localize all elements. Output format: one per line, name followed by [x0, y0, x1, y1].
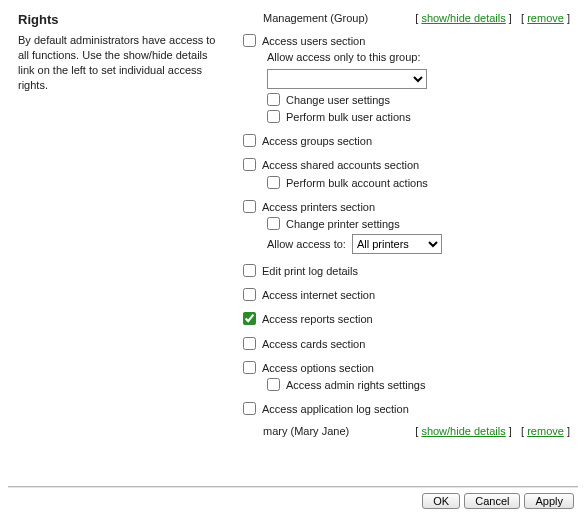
apply-button[interactable]: Apply [524, 493, 574, 509]
checkbox-access-admin-rights[interactable] [267, 378, 280, 391]
checkbox-access-reports[interactable] [243, 312, 256, 325]
checkbox-access-internet[interactable] [243, 288, 256, 301]
entity-row-user: mary (Mary Jane) [ show/hide details ] [… [263, 425, 570, 437]
perm-access-internet: Access internet section [243, 288, 570, 302]
checkbox-access-groups[interactable] [243, 134, 256, 147]
hint-allow-access-group: Allow access only to this group: [267, 50, 570, 64]
checkbox-access-options[interactable] [243, 361, 256, 374]
select-printer-access[interactable]: All printers [352, 234, 442, 254]
remove-link-user[interactable]: remove [527, 425, 564, 437]
checkbox-bulk-account-actions[interactable] [267, 176, 280, 189]
perm-access-groups: Access groups section [243, 134, 570, 148]
checkbox-access-shared[interactable] [243, 158, 256, 171]
ok-button[interactable]: OK [422, 493, 460, 509]
perm-change-user-settings: Change user settings [267, 93, 570, 107]
perm-change-printer-settings: Change printer settings [267, 217, 570, 231]
permissions-list: Access users section Allow access only t… [243, 34, 570, 423]
show-hide-details-link[interactable]: show/hide details [421, 12, 505, 24]
select-group[interactable] [267, 69, 427, 89]
section-title: Rights [18, 12, 223, 27]
checkbox-change-user-settings[interactable] [267, 93, 280, 106]
perm-access-printers: Access printers section [243, 200, 570, 214]
checkbox-access-cards[interactable] [243, 337, 256, 350]
perm-bulk-user-actions: Perform bulk user actions [267, 110, 570, 124]
checkbox-bulk-user-actions[interactable] [267, 110, 280, 123]
remove-link[interactable]: remove [527, 12, 564, 24]
perm-access-cards: Access cards section [243, 337, 570, 351]
perm-access-reports: Access reports section [243, 312, 570, 326]
checkbox-edit-print-log[interactable] [243, 264, 256, 277]
checkbox-change-printer-settings[interactable] [267, 217, 280, 230]
checkbox-access-users[interactable] [243, 34, 256, 47]
perm-access-applog: Access application log section [243, 402, 570, 416]
checkbox-access-printers[interactable] [243, 200, 256, 213]
checkbox-access-applog[interactable] [243, 402, 256, 415]
show-hide-details-link-user[interactable]: show/hide details [421, 425, 505, 437]
perm-access-admin-rights: Access admin rights settings [267, 378, 570, 392]
entity-name-group: Management (Group) [263, 12, 368, 24]
left-column: Rights By default administrators have ac… [8, 6, 233, 486]
perm-access-users: Access users section [243, 34, 570, 48]
entity-name-user: mary (Mary Jane) [263, 425, 349, 437]
perm-bulk-account-actions: Perform bulk account actions [267, 176, 570, 190]
label-allow-access-to: Allow access to: [267, 238, 346, 250]
perm-edit-print-log: Edit print log details [243, 264, 570, 278]
cancel-button[interactable]: Cancel [464, 493, 520, 509]
perm-access-options: Access options section [243, 361, 570, 375]
perm-access-shared: Access shared accounts section [243, 158, 570, 172]
right-column: Management (Group) [ show/hide details ]… [233, 6, 578, 486]
entity-row-group: Management (Group) [ show/hide details ]… [263, 12, 570, 24]
section-description: By default administrators have access to… [18, 33, 223, 92]
dialog-footer: OK Cancel Apply [8, 487, 578, 509]
